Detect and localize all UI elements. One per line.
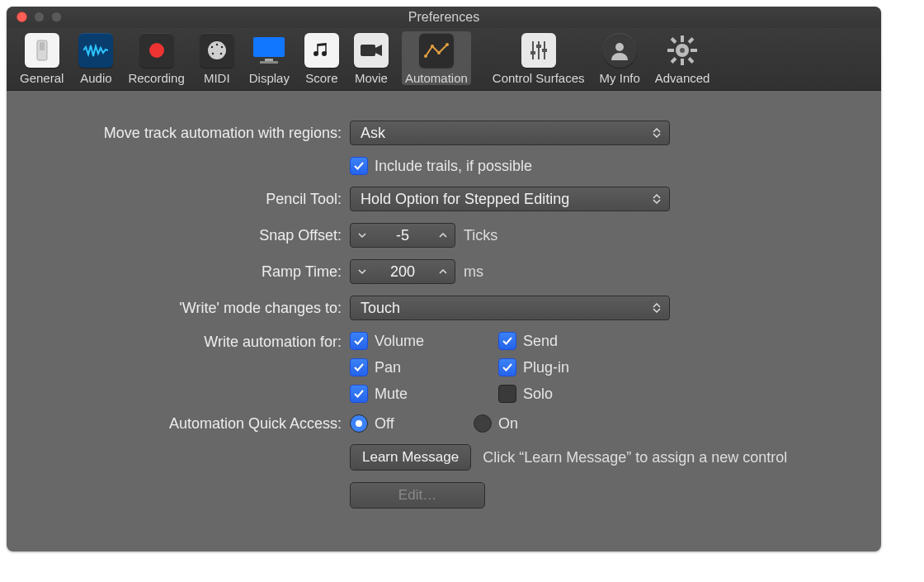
checkbox-label: Pan bbox=[375, 359, 401, 376]
snap-offset-unit: Ticks bbox=[464, 227, 497, 244]
window-title: Preferences bbox=[408, 10, 479, 25]
tab-label: General bbox=[20, 71, 64, 85]
tab-my-info[interactable]: My Info bbox=[598, 33, 642, 85]
tab-label: Audio bbox=[80, 71, 111, 85]
tab-label: Movie bbox=[355, 71, 388, 85]
write-mode-label: 'Write' mode changes to: bbox=[40, 300, 350, 317]
pencil-tool-label: Pencil Tool: bbox=[40, 191, 350, 208]
tab-control-surfaces[interactable]: Control Surfaces bbox=[491, 33, 587, 85]
svg-point-3 bbox=[216, 44, 218, 45]
automation-icon bbox=[419, 33, 454, 68]
svg-rect-22 bbox=[536, 45, 541, 48]
svg-rect-28 bbox=[667, 49, 674, 52]
chevron-up-icon[interactable] bbox=[431, 260, 455, 283]
tab-midi[interactable]: MIDI bbox=[198, 33, 236, 85]
svg-rect-8 bbox=[253, 37, 285, 57]
send-checkbox[interactable] bbox=[498, 332, 516, 350]
volume-checkbox[interactable] bbox=[350, 332, 368, 350]
tab-movie[interactable]: Movie bbox=[352, 33, 390, 85]
snap-offset-label: Snap Offset: bbox=[40, 227, 350, 244]
score-icon bbox=[304, 33, 339, 68]
tab-audio[interactable]: Audio bbox=[77, 33, 115, 85]
svg-rect-21 bbox=[530, 51, 535, 54]
person-icon bbox=[602, 33, 637, 68]
display-icon bbox=[252, 33, 286, 68]
svg-rect-1 bbox=[40, 42, 45, 50]
tab-automation[interactable]: Automation bbox=[402, 31, 471, 85]
svg-rect-10 bbox=[260, 61, 278, 64]
svg-point-5 bbox=[221, 46, 223, 48]
tab-label: Display bbox=[249, 71, 290, 85]
svg-point-12 bbox=[322, 51, 327, 56]
tab-label: Automation bbox=[405, 71, 468, 85]
gear-icon bbox=[665, 33, 700, 68]
automation-pane: Move track automation with regions: Ask … bbox=[7, 91, 881, 545]
tab-score[interactable]: Score bbox=[303, 33, 341, 85]
svg-rect-29 bbox=[691, 49, 697, 52]
ramp-time-label: Ramp Time: bbox=[40, 263, 350, 281]
learn-message-hint: Click “Learn Message” to assign a new co… bbox=[483, 449, 787, 466]
svg-point-17 bbox=[446, 43, 449, 46]
edit-button[interactable]: Edit… bbox=[350, 482, 485, 509]
move-automation-select[interactable]: Ask bbox=[350, 121, 670, 145]
tab-recording[interactable]: Recording bbox=[126, 33, 186, 85]
preferences-window: Preferences General Audio Recording bbox=[7, 7, 881, 551]
stepper-value: -5 bbox=[374, 227, 431, 244]
pencil-tool-select[interactable]: Hold Option for Stepped Editing bbox=[350, 187, 670, 211]
tab-advanced[interactable]: Advanced bbox=[653, 33, 712, 85]
zoom-icon[interactable] bbox=[51, 12, 62, 22]
window-controls bbox=[16, 12, 62, 22]
learn-message-button[interactable]: Learn Message bbox=[350, 444, 471, 471]
svg-point-4 bbox=[211, 46, 213, 48]
tab-general[interactable]: General bbox=[18, 33, 65, 85]
checkbox-label: Plug-in bbox=[523, 359, 569, 376]
record-icon bbox=[139, 33, 174, 68]
waveform-icon bbox=[78, 33, 113, 68]
stepper-value: 200 bbox=[374, 263, 431, 281]
chevrons-icon bbox=[649, 296, 664, 319]
svg-rect-33 bbox=[688, 57, 695, 64]
svg-point-7 bbox=[220, 53, 222, 54]
tab-label: Recording bbox=[128, 71, 184, 85]
svg-point-24 bbox=[615, 43, 624, 51]
plugin-checkbox[interactable] bbox=[498, 358, 516, 376]
write-automation-for-label: Write automation for: bbox=[40, 332, 350, 351]
select-value: Hold Option for Stepped Editing bbox=[361, 191, 569, 208]
ramp-time-unit: ms bbox=[464, 263, 483, 281]
title-bar: Preferences bbox=[7, 7, 881, 28]
pan-checkbox[interactable] bbox=[350, 358, 368, 376]
chevron-down-icon[interactable] bbox=[351, 260, 374, 283]
svg-rect-32 bbox=[671, 57, 677, 64]
minimize-icon[interactable] bbox=[34, 12, 45, 22]
chevron-down-icon[interactable] bbox=[351, 224, 374, 247]
svg-point-15 bbox=[431, 45, 434, 48]
move-automation-label: Move track automation with regions: bbox=[40, 125, 350, 142]
svg-rect-27 bbox=[681, 59, 684, 65]
tab-label: MIDI bbox=[204, 71, 230, 85]
quick-access-off-radio[interactable] bbox=[350, 414, 368, 433]
write-mode-select[interactable]: Touch bbox=[350, 296, 670, 320]
svg-rect-9 bbox=[265, 59, 273, 61]
include-trails-checkbox[interactable] bbox=[350, 157, 368, 175]
quick-access-label: Automation Quick Access: bbox=[40, 415, 350, 433]
tab-display[interactable]: Display bbox=[248, 33, 291, 85]
select-value: Ask bbox=[361, 125, 385, 142]
close-icon[interactable] bbox=[16, 12, 27, 22]
radio-label: Off bbox=[375, 415, 394, 433]
svg-point-6 bbox=[212, 53, 214, 54]
svg-point-11 bbox=[314, 51, 318, 56]
chevrons-icon bbox=[649, 187, 664, 211]
svg-point-16 bbox=[437, 51, 441, 54]
mute-checkbox[interactable] bbox=[350, 385, 368, 403]
chevron-up-icon[interactable] bbox=[431, 224, 455, 247]
svg-rect-31 bbox=[688, 37, 695, 44]
movie-icon bbox=[354, 33, 389, 68]
solo-checkbox[interactable] bbox=[498, 385, 516, 403]
chevrons-icon bbox=[649, 121, 664, 144]
quick-access-on-radio[interactable] bbox=[474, 414, 492, 433]
ramp-time-stepper[interactable]: 200 bbox=[350, 259, 455, 284]
snap-offset-stepper[interactable]: -5 bbox=[350, 223, 455, 248]
prefs-toolbar: General Audio Recording MIDI Display bbox=[7, 28, 881, 91]
tab-label: Score bbox=[305, 71, 337, 85]
tab-label: My Info bbox=[600, 71, 640, 85]
